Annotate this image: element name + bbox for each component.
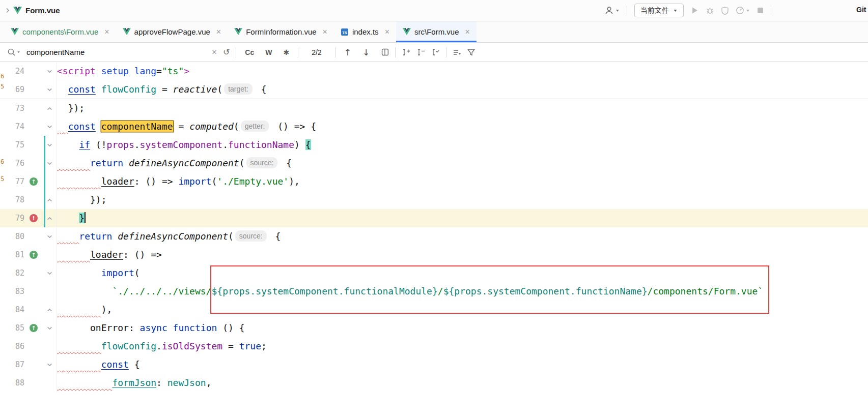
add-occurrence-icon[interactable] <box>402 48 410 56</box>
code-segment: lang <box>134 66 156 76</box>
gutter: 87 <box>0 355 57 374</box>
run-configuration-selector[interactable]: 当前文件 <box>634 4 684 17</box>
tab-approveflowpage-vue[interactable]: approveFlowPage.vue× <box>116 21 228 42</box>
code-line-74[interactable]: 74 const componentName = computed(getter… <box>0 117 868 136</box>
code-segment: ( <box>211 176 217 187</box>
tab-close-icon[interactable]: × <box>216 28 221 36</box>
line-number[interactable]: 75 <box>0 136 24 154</box>
fold-end-icon[interactable] <box>43 301 57 319</box>
gutter: 81↑ <box>0 246 57 264</box>
code-line-77[interactable]: 77↑ loader: () => import('./Empty.vue'), <box>0 172 868 191</box>
code-segment <box>112 231 118 242</box>
code-segment: : () => <box>123 249 162 260</box>
vue-file-icon <box>403 28 411 36</box>
code-line-85[interactable]: 85↑ onError: async function () { <box>0 319 868 337</box>
fold-start-icon[interactable] <box>43 62 57 80</box>
run-button[interactable] <box>691 7 698 14</box>
code-line-78[interactable]: 78 }); <box>0 191 868 209</box>
tab-components-form-vue[interactable]: components\Form.vue× <box>4 21 116 42</box>
code-line-83[interactable]: 83 `./../../../views/${props.systemCompo… <box>0 282 868 301</box>
fold-spacer <box>43 337 57 355</box>
code-line-84[interactable]: 84 ), <box>0 301 868 319</box>
fold-start-icon[interactable] <box>43 319 57 337</box>
run-with-coverage-button[interactable] <box>721 7 729 15</box>
match-case-toggle[interactable]: Cc <box>242 48 257 56</box>
regex-toggle[interactable]: ✱ <box>281 48 292 56</box>
code-text: import( <box>57 264 140 282</box>
tab-index-ts[interactable]: TSindex.ts× <box>334 21 396 42</box>
line-number[interactable]: 86 <box>0 337 24 355</box>
line-number[interactable]: 79 <box>0 209 24 227</box>
code-with-me-icon[interactable] <box>604 6 620 15</box>
open-in-find-window-icon[interactable] <box>381 48 389 56</box>
search-icon[interactable] <box>7 48 20 56</box>
search-input[interactable]: componentName <box>26 48 206 56</box>
code-line-73[interactable]: 73 }); <box>0 99 868 117</box>
tab-close-icon[interactable]: × <box>385 28 389 36</box>
code-line-69[interactable]: 69 const flowConfig = reactive(target: { <box>0 80 868 99</box>
code-line-81[interactable]: 81↑ loader: () => <box>0 246 868 264</box>
tab-close-icon[interactable]: × <box>104 28 109 36</box>
fold-start-icon[interactable] <box>43 227 57 246</box>
remove-occurrence-icon[interactable] <box>416 48 425 56</box>
tab-close-icon[interactable]: × <box>323 28 327 36</box>
filter-results-icon[interactable] <box>467 48 475 56</box>
vcs-change-marker <box>44 136 45 154</box>
error-marker-icon[interactable]: ! <box>24 209 43 227</box>
tab-label: approveFlowPage.vue <box>134 27 210 36</box>
line-number[interactable]: 74 <box>0 117 24 136</box>
next-match-icon[interactable]: ↓ <box>360 47 372 57</box>
code-line-86[interactable]: 86 flowConfig.isOldSystem = true; <box>0 337 868 355</box>
code-segment: ${props.systemComponent.functionalModule… <box>211 286 437 296</box>
code-line-82[interactable]: 82 import( <box>0 264 868 282</box>
previous-match-icon[interactable]: ↑ <box>342 47 354 57</box>
gutter-arrow-icon[interactable]: ↑ <box>24 172 43 191</box>
line-number[interactable]: 84 <box>0 301 24 319</box>
gutter: 80 <box>0 227 57 246</box>
clear-search-icon[interactable]: × <box>212 48 217 56</box>
fold-start-icon[interactable] <box>43 355 57 374</box>
debug-button[interactable] <box>706 6 714 15</box>
nav-chevron-icon[interactable] <box>5 7 10 14</box>
search-history-icon[interactable]: ↺ <box>223 48 230 56</box>
line-number[interactable]: 88 <box>0 374 24 392</box>
code-text: return defineAsyncComponent(source: { <box>57 227 281 246</box>
code-line-88[interactable]: 88 formJson: newJson, <box>0 374 868 392</box>
gutter-arrow-icon[interactable]: ↑ <box>24 319 43 337</box>
code-text: loader: () => import('./Empty.vue'), <box>57 172 300 191</box>
line-number[interactable]: 85 <box>0 319 24 337</box>
tab-close-icon[interactable]: × <box>465 28 469 36</box>
code-line-76[interactable]: 76 return defineAsyncComponent(source: { <box>0 154 868 172</box>
tab-src-form-vue[interactable]: src\Form.vue× <box>396 21 477 42</box>
whole-words-toggle[interactable]: W <box>263 48 274 56</box>
tab-forminformation-vue[interactable]: FormInformation.vue× <box>228 21 334 42</box>
select-all-occurrences-icon[interactable] <box>431 48 440 56</box>
divider <box>298 47 298 57</box>
code-line-24[interactable]: 24<script setup lang="ts"> <box>0 62 868 80</box>
search-options-icon[interactable] <box>453 49 461 56</box>
git-menu[interactable]: Git <box>856 6 866 14</box>
editor[interactable]: 24<script setup lang="ts">69 const flowC… <box>0 62 868 417</box>
line-number[interactable]: 87 <box>0 355 24 374</box>
line-number[interactable]: 80 <box>0 227 24 246</box>
fold-start-icon[interactable] <box>43 80 57 99</box>
code-segment: : <box>156 377 167 388</box>
profiler-button[interactable] <box>736 6 750 15</box>
fold-end-icon[interactable] <box>43 99 57 117</box>
line-number[interactable]: 83 <box>0 282 24 301</box>
code-line-75[interactable]: 75 if (!props.systemComponent.functionNa… <box>0 136 868 154</box>
stop-button[interactable] <box>757 7 764 14</box>
code-segment: systemComponent <box>140 139 223 150</box>
code-lines: 73 });74 const componentName = computed(… <box>0 99 868 392</box>
line-number[interactable]: 78 <box>0 191 24 209</box>
line-number[interactable]: 73 <box>0 99 24 117</box>
code-line-80[interactable]: 80 return defineAsyncComponent(source: { <box>0 227 868 246</box>
fold-start-icon[interactable] <box>43 264 57 282</box>
code-line-79[interactable]: 79! } <box>0 209 868 227</box>
code-line-87[interactable]: 87 const { <box>0 355 868 374</box>
line-number[interactable]: 82 <box>0 264 24 282</box>
code-segment <box>129 66 134 76</box>
line-number[interactable]: 81 <box>0 246 24 264</box>
fold-start-icon[interactable] <box>43 117 57 136</box>
gutter-arrow-icon[interactable]: ↑ <box>24 246 43 264</box>
